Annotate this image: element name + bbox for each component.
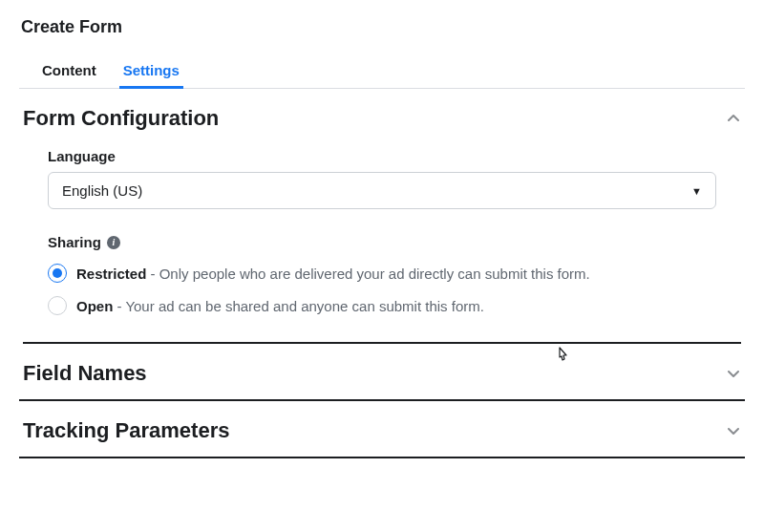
tab-content[interactable]: Content (42, 54, 96, 88)
cursor-pointer-icon (554, 346, 571, 369)
sharing-restricted-name: Restricted (76, 266, 146, 282)
section-title-form-configuration: Form Configuration (23, 106, 219, 131)
sharing-restricted-label: Restricted - Only people who are deliver… (76, 266, 590, 282)
tab-settings[interactable]: Settings (123, 54, 180, 88)
language-label: Language (48, 148, 745, 164)
sharing-open-label: Open - Your ad can be shared and anyone … (76, 298, 484, 314)
sharing-open-name: Open (76, 298, 113, 314)
section-title-tracking-parameters: Tracking Parameters (23, 418, 229, 443)
section-header-form-configuration[interactable]: Form Configuration (19, 89, 745, 144)
radio-selected-icon (48, 264, 67, 283)
section-header-field-names[interactable]: Field Names (19, 344, 745, 401)
sharing-label: Sharing i (48, 234, 745, 250)
page-title: Create Form (21, 17, 745, 37)
sharing-open-desc: - Your ad can be shared and anyone can s… (113, 298, 484, 314)
form-configuration-body: Language English (US) ▼ Sharing i Restri… (19, 144, 745, 342)
sharing-label-text: Sharing (48, 234, 101, 250)
section-title-field-names: Field Names (23, 361, 147, 386)
section-header-tracking-parameters[interactable]: Tracking Parameters (19, 401, 745, 458)
chevron-up-icon (726, 111, 741, 126)
caret-down-icon: ▼ (691, 185, 702, 197)
chevron-down-icon (726, 366, 741, 381)
sharing-option-open[interactable]: Open - Your ad can be shared and anyone … (48, 296, 745, 315)
language-select[interactable]: English (US) ▼ (48, 172, 716, 209)
sharing-restricted-desc: - Only people who are delivered your ad … (146, 266, 589, 282)
language-select-value: English (US) (62, 182, 142, 199)
radio-unselected-icon (48, 296, 67, 315)
chevron-down-icon (726, 423, 741, 438)
info-icon[interactable]: i (107, 236, 120, 249)
sharing-option-restricted[interactable]: Restricted - Only people who are deliver… (48, 264, 745, 283)
tabs: Content Settings (19, 54, 745, 89)
